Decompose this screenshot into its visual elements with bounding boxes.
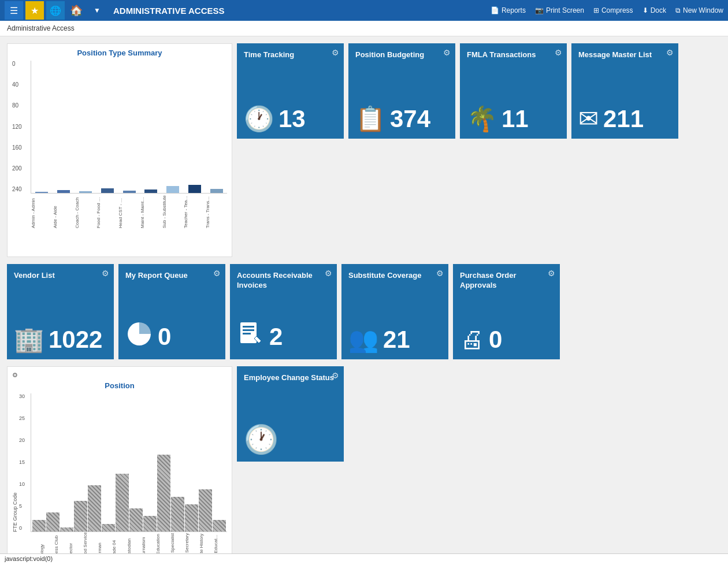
print-icon: 📷: [535, 6, 544, 14]
tile-body: 🖨 0: [460, 326, 502, 354]
tile-body: 📋 374: [355, 105, 430, 133]
chart2-y-labels: 0 5 10 15 20 25 30: [19, 393, 31, 532]
tile-gear-icon[interactable]: ⚙: [332, 371, 339, 380]
tile-body: 🌴 11: [467, 105, 529, 133]
tile-body: 0: [125, 320, 171, 354]
tile-gear-icon[interactable]: ⚙: [666, 48, 674, 57]
tile-body: 2: [237, 320, 283, 354]
tile-time-tracking[interactable]: ⚙ Time Tracking 🕐 13: [237, 43, 344, 139]
tile-gear-icon[interactable]: ⚙: [436, 269, 444, 278]
tile-gear-icon[interactable]: ⚙: [443, 48, 451, 57]
pie-chart-icon: [125, 320, 153, 354]
people-icon: 👥: [348, 325, 378, 354]
bar-group: [53, 190, 74, 193]
tile-employee-change-status[interactable]: ⚙ Employee Change Status 🕐: [237, 366, 344, 462]
bar: [157, 455, 170, 531]
topbar-left: ☰ ★ 🌐 🏠 ▼: [5, 1, 106, 20]
globe-button[interactable]: 🌐: [46, 1, 65, 20]
reports-action[interactable]: 📄 Reports: [491, 6, 526, 14]
reports-label: Reports: [502, 6, 526, 14]
tile-count: 0: [489, 326, 502, 354]
compress-action[interactable]: ⊞ Compress: [593, 6, 633, 14]
tile-count: 374: [390, 105, 430, 133]
tile-body: 🕐: [244, 423, 278, 456]
tile-count: 2: [269, 323, 283, 351]
tile-count: 21: [383, 326, 410, 354]
tile-count: 13: [278, 105, 306, 133]
tile-substitute-coverage[interactable]: ⚙ Substitute Coverage 👥 21: [341, 264, 448, 359]
tile-gear-icon[interactable]: ⚙: [325, 269, 332, 278]
bar: [88, 485, 101, 531]
dropdown-button[interactable]: ▼: [88, 1, 106, 20]
tile-title: Position Budgeting: [355, 50, 424, 60]
tile-gear-icon[interactable]: ⚙: [332, 48, 339, 57]
chart1-container: 240 200 160 120 80 40 0 Admin - AdminAid…: [12, 61, 227, 228]
tile-body: 🕐 13: [244, 105, 306, 133]
tile-message-master-list[interactable]: ⚙ Message Master List ✉ 211: [571, 43, 678, 139]
top-row: Position Type Summary 240 200 160 120 80…: [7, 43, 721, 257]
tile-title: Purchase Order Approvals: [460, 271, 553, 291]
bar: [60, 527, 73, 531]
position-chart: ⚙ Position FTE Group Code 0 5 10 15 20 2…: [7, 366, 232, 564]
bar: [32, 520, 46, 531]
bar: [171, 497, 184, 531]
bar: [129, 508, 143, 531]
chart2-gear-icon[interactable]: ⚙: [12, 371, 18, 379]
chart1-x-labels: Admin - AdminAide - AideCoach - CoachFoo…: [31, 195, 227, 229]
bar: [116, 474, 129, 531]
register-icon: 🖨: [460, 326, 484, 354]
menu-button[interactable]: ☰: [5, 1, 23, 20]
chart1-title: Position Type Summary: [12, 49, 227, 57]
bar-group: [206, 189, 227, 193]
tile-my-report-queue[interactable]: ⚙ My Report Queue 0: [118, 264, 225, 359]
chart1-y-labels: 240 200 160 120 80 40 0: [12, 61, 28, 194]
bottom-row: ⚙ Position FTE Group Code 0 5 10 15 20 2…: [7, 366, 721, 564]
tile-vendor-list[interactable]: ⚙ Vendor List 🏢 1022: [7, 264, 114, 359]
tile-gear-icon[interactable]: ⚙: [548, 269, 555, 278]
tile-purchase-order-approvals[interactable]: ⚙ Purchase Order Approvals 🖨 0: [453, 264, 560, 359]
new-window-action[interactable]: ⧉ New Window: [675, 6, 723, 14]
tile-title: My Report Queue: [125, 271, 188, 281]
dock-action[interactable]: ⬇ Dock: [642, 6, 666, 14]
dock-label: Dock: [651, 6, 666, 14]
bar-group: [140, 189, 161, 193]
tile-gear-icon[interactable]: ⚙: [213, 269, 221, 278]
bar-group: [119, 191, 140, 193]
print-screen-action[interactable]: 📷 Print Screen: [535, 6, 584, 14]
chart2-container: FTE Group Code 0 5 10 15 20 25 30: [12, 393, 227, 532]
tile-title: Time Tracking: [244, 50, 294, 60]
breadcrumb: Administrative Access: [0, 21, 728, 36]
position-type-chart: Position Type Summary 240 200 160 120 80…: [7, 43, 232, 257]
tile-count: 11: [502, 105, 529, 133]
tile-count: 0: [158, 323, 171, 351]
topbar-title: ADMINISTRATIVE ACCESS: [106, 6, 491, 16]
bar: [102, 524, 115, 531]
bar-group: [184, 185, 205, 193]
chart2-title: Position: [12, 381, 227, 390]
bar: [143, 516, 157, 531]
palm-icon: 🌴: [467, 105, 497, 133]
middle-row: ⚙ Vendor List 🏢 1022 ⚙ My Report Queue 0: [7, 264, 721, 359]
bar-group: [97, 188, 118, 193]
chart2-bars: [31, 393, 227, 532]
home-button[interactable]: 🏠: [67, 1, 86, 20]
svg-rect-2: [243, 329, 254, 331]
tile-gear-icon[interactable]: ⚙: [102, 269, 109, 278]
topbar-right: 📄 Reports 📷 Print Screen ⊞ Compress ⬇ Do…: [491, 6, 723, 14]
tile-body: 🏢 1022: [14, 325, 102, 354]
bar-group: [31, 192, 52, 193]
new-window-label: New Window: [683, 6, 723, 14]
tile-position-budgeting[interactable]: ⚙ Position Budgeting 📋 374: [348, 43, 455, 139]
bar: [46, 512, 60, 531]
bar: [185, 504, 198, 531]
tile-fmla-transactions[interactable]: ⚙ FMLA Transactions 🌴 11: [460, 43, 567, 139]
tile-title: Accounts Receivable Invoices: [237, 271, 330, 291]
invoice-icon: [237, 320, 265, 354]
favorites-button[interactable]: ★: [25, 1, 44, 20]
bar: [199, 489, 212, 531]
tile-gear-icon[interactable]: ⚙: [555, 48, 562, 57]
tile-accounts-receivable[interactable]: ⚙ Accounts Receivable Invoices 2: [230, 264, 337, 359]
chart1-bars: [31, 61, 227, 194]
svg-rect-3: [243, 333, 251, 334]
clock-icon: 🕐: [244, 105, 274, 133]
